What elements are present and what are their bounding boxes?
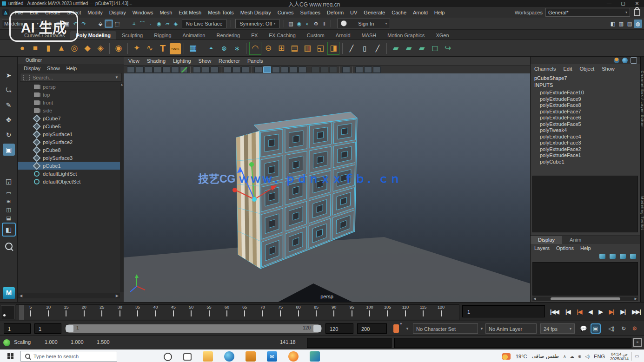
snap-view-plane-icon[interactable]: ▱ bbox=[163, 20, 172, 28]
step-forward-frame-button[interactable]: ▶| bbox=[620, 309, 625, 315]
redo-icon[interactable]: ↷ bbox=[80, 20, 88, 28]
shadows-icon[interactable] bbox=[232, 66, 240, 73]
heads-up-display-icon[interactable] bbox=[373, 66, 381, 73]
channel-menu-item[interactable]: Show bbox=[602, 66, 615, 72]
wireframe-on-shaded-icon[interactable] bbox=[180, 66, 188, 73]
channel-entry[interactable]: polyExtrudeFace3 bbox=[531, 140, 641, 146]
channel-entry[interactable]: polyExtrudeFace10 bbox=[531, 90, 641, 96]
outliner-vertical-scrollbar[interactable]: ▲ bbox=[120, 83, 124, 292]
hidden-icons-chevron[interactable]: ∧ bbox=[563, 354, 566, 359]
maya-logo-icon[interactable]: ◮ bbox=[2, 9, 9, 16]
outliner-item[interactable]: pCube1 bbox=[18, 162, 120, 170]
menu-item[interactable]: UV bbox=[347, 7, 360, 18]
shelf-tab[interactable]: Custom bbox=[301, 31, 330, 39]
selected-node-name[interactable]: pCubeShape7 bbox=[531, 73, 641, 81]
separate-icon[interactable]: ⊖ bbox=[262, 42, 274, 55]
photos-icon[interactable] bbox=[310, 351, 320, 362]
lock-icon[interactable] bbox=[634, 9, 640, 16]
mirror-icon[interactable]: ◨ bbox=[327, 42, 339, 55]
outliner-item[interactable]: defaultLightSet bbox=[18, 170, 120, 178]
scale-tool-icon[interactable]: ▣ bbox=[3, 144, 15, 156]
outliner-item[interactable]: pCube5 bbox=[18, 122, 120, 130]
outliner-search-input[interactable]: Search... ▼ bbox=[20, 73, 122, 82]
outliner-menu-item[interactable]: Display bbox=[24, 66, 40, 71]
loop-playback-icon[interactable]: ↻ bbox=[619, 324, 628, 333]
play-forwards-button[interactable]: ▶ bbox=[599, 309, 603, 315]
bridge-icon[interactable]: ▥ bbox=[301, 42, 313, 55]
outliner-menu-item[interactable]: Help bbox=[66, 66, 77, 71]
pane-two-horizontal-icon[interactable]: ⬓ bbox=[4, 214, 14, 222]
menu-item[interactable]: Edit Mesh bbox=[175, 7, 205, 18]
modeling-toolkit-toggle-icon[interactable]: ◍ bbox=[634, 20, 642, 28]
layer-menu-item[interactable]: Layers bbox=[534, 245, 550, 251]
2d-pan-zoom-icon[interactable] bbox=[171, 66, 179, 73]
poly-cone-icon[interactable]: ▲ bbox=[55, 42, 67, 55]
chevron-down-icon[interactable]: ▼ bbox=[405, 327, 409, 331]
outliner-item[interactable]: pCube7 bbox=[18, 114, 120, 122]
move-layer-icon[interactable] bbox=[630, 254, 636, 259]
snap-projected-center-icon[interactable]: ◉ bbox=[155, 20, 163, 28]
channel-entry[interactable]: polyExtrudeFace7 bbox=[531, 109, 641, 115]
channel-entry[interactable]: polyExtrudeFace6 bbox=[531, 115, 641, 121]
lock-camera-icon[interactable] bbox=[136, 66, 144, 73]
menu-item[interactable]: Help bbox=[431, 7, 448, 18]
shelf-tab[interactable]: Arnold bbox=[330, 31, 356, 39]
menu-item[interactable]: Curves bbox=[274, 7, 297, 18]
resolution-gate-icon[interactable] bbox=[329, 66, 337, 73]
menu-item[interactable]: Generate bbox=[360, 7, 388, 18]
layer-menu-item[interactable]: Options bbox=[556, 245, 574, 251]
type-tool-icon[interactable]: T bbox=[157, 42, 169, 55]
snap-point-icon[interactable]: ∙ bbox=[146, 20, 155, 28]
tab-channel-box-layer-editor[interactable]: Channel Box / Layer Editor bbox=[640, 71, 644, 127]
range-handle-left[interactable] bbox=[66, 325, 73, 332]
chevron-down-icon[interactable]: ▼ bbox=[115, 75, 119, 79]
outliner-item[interactable]: polySurface3 bbox=[18, 154, 120, 162]
animation-start-field[interactable]: 1 bbox=[4, 323, 31, 334]
layer-menu-item[interactable]: Help bbox=[580, 245, 591, 251]
fps-dropdown[interactable]: 24 fps▾ bbox=[540, 323, 575, 334]
pane-two-vertical-icon[interactable]: ◫ bbox=[4, 206, 14, 213]
ipr-render-icon[interactable]: ◐ bbox=[303, 20, 312, 28]
outliner-item[interactable]: front bbox=[18, 99, 120, 106]
outliner-item[interactable]: pCube8 bbox=[18, 146, 120, 154]
shelf-tab[interactable]: Sculpting bbox=[116, 31, 148, 39]
poly-sphere-icon[interactable]: ● bbox=[16, 42, 28, 55]
notification-center-icon[interactable]: ▭ bbox=[631, 352, 642, 361]
play-backwards-button[interactable]: ◀ bbox=[588, 309, 592, 315]
display-layer-icon[interactable] bbox=[622, 58, 628, 63]
last-tool-icon[interactable]: ◲ bbox=[3, 175, 15, 187]
menu-item[interactable]: Mesh Display bbox=[237, 7, 274, 18]
range-handle-right[interactable] bbox=[313, 325, 321, 332]
playback-start-field[interactable]: 1 bbox=[34, 323, 61, 334]
command-line-input[interactable] bbox=[307, 338, 392, 348]
set-key-icon[interactable] bbox=[393, 324, 399, 333]
poly-torus-icon[interactable]: ◎ bbox=[68, 42, 80, 55]
tab-modeling-toolkit[interactable]: Modeling Toolkit bbox=[640, 196, 644, 230]
exposure-icon[interactable] bbox=[281, 66, 289, 73]
outliner-item[interactable]: polySurface1 bbox=[18, 130, 120, 138]
outliner-item[interactable]: persp bbox=[18, 83, 120, 91]
cortana-icon[interactable] bbox=[164, 353, 172, 361]
poly-cylinder-icon[interactable]: ▮ bbox=[42, 42, 54, 55]
render-settings-icon[interactable]: ⚙ bbox=[312, 20, 320, 28]
channel-entry[interactable]: polyExtrudeFace9 bbox=[531, 96, 641, 103]
rotate-tool-icon[interactable]: ↻ bbox=[3, 129, 15, 141]
viewport-menu-item[interactable]: View bbox=[128, 58, 139, 64]
auto-key-speech-icon[interactable]: 💬 bbox=[579, 324, 588, 333]
viewport-canvas[interactable]: 技艺CG ｗｗｗ．ｐｄｎｘｘｆｂ．ｃｎ persp bbox=[124, 73, 530, 302]
render-view-icon[interactable]: ▤ bbox=[286, 20, 295, 28]
pane-four-icon[interactable]: ⊞ bbox=[4, 197, 14, 205]
target-weld-icon[interactable]: ▰ bbox=[390, 42, 402, 55]
channel-values-area[interactable] bbox=[532, 176, 638, 232]
gamma-icon[interactable] bbox=[290, 66, 298, 73]
shelf-tab[interactable]: FX bbox=[246, 31, 263, 39]
connect-icon[interactable]: ▯ bbox=[359, 42, 371, 55]
outliner-horizontal-scrollbar[interactable]: ◀▶ bbox=[18, 293, 120, 298]
layer-list[interactable] bbox=[532, 262, 638, 296]
channel-entry[interactable]: polyExtrudeFace5 bbox=[531, 121, 641, 128]
temperature[interactable]: 19°C bbox=[516, 354, 527, 359]
poly-cube-icon[interactable]: ■ bbox=[29, 42, 41, 55]
multi-cut-icon[interactable]: ╱ bbox=[345, 42, 358, 55]
channel-menu-item[interactable]: Object bbox=[579, 66, 594, 72]
layer-tab[interactable]: Anim bbox=[562, 236, 589, 244]
